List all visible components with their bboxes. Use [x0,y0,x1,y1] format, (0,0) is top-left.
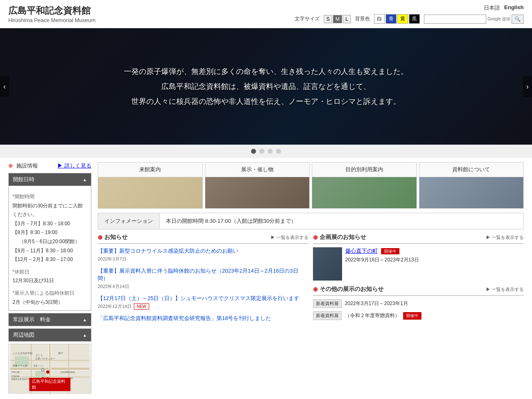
regular-fee-label: 常設展示 料金 [13,316,51,323]
exhibit-0-link[interactable]: 爆心直下の町 [345,248,378,254]
visit-image-placeholder [98,177,202,208]
category-visit-image [98,177,202,208]
opening-hours-accordion-header[interactable]: 開館日時 ▲ [9,173,91,186]
slider-dots [0,145,532,158]
category-about-title: 資料館について [419,163,524,177]
map-accordion: 周辺地図 ▲ [8,328,91,342]
category-exhibits-title: 展示・催し物 [205,163,310,177]
svg-text:平和公園: 平和公園 [11,371,20,373]
info-bar-label: インフォメーション [98,213,160,229]
hero-slider: 一発の原子爆弾が、無差別に多くの命を奪い、生き残った人々の人生も変えました。 広… [0,28,532,145]
category-card-exhibits[interactable]: 展示・催し物 [205,162,310,209]
exhibits-list-link[interactable]: ▶ 一覧を表示する [486,234,524,241]
news-item-2: 【12月17日（土）～25日（日）】シュモーハウスでクリスマス限定展示を行います… [98,295,309,310]
exhibit-0-date: 2022年9月16日～2023年2月13日 [345,256,524,264]
other-exhibit-0-badge: 新着資料展 [313,299,342,308]
slider-dot-2[interactable] [259,149,264,154]
content-right: 来館案内 展示・催し物 目的別利用案内 資料館について [98,162,524,394]
hours-sept-nov: 【9月－11月】8:30－18:00 [12,246,87,256]
holidays: 12月30日及び31日 [12,276,87,286]
slider-next-button[interactable]: › [523,76,532,97]
news-item-2-date-text: 2022年12月14日 [98,303,132,310]
lang-jp-link[interactable]: 日本語 [484,4,500,12]
slider-prev-button[interactable]: ‹ [0,76,9,97]
svg-text:そごう: そごう [35,354,43,357]
bg-blue-button[interactable]: 青 [386,14,397,24]
svg-point-16 [46,370,49,374]
news-section-header: ⊕ お知らせ ▶ 一覧を表示する [98,234,309,244]
lang-en-link[interactable]: English [504,4,524,12]
category-visit-title: 来館案内 [98,163,202,177]
exhibits-icon: ⊕ [313,234,318,241]
facility-info-header: ⊕ 施設情報 ▶ 詳しく見る [8,162,91,170]
category-grid: 来館案内 展示・催し物 目的別利用案内 資料館について [98,162,524,209]
news-icon: ⊕ [98,234,103,241]
search-input[interactable] [424,15,486,24]
news-item-0-title: 【重要】新型コロナウイルス感染拡大防止のためのお願い [98,247,309,255]
other-exhibits-list-link[interactable]: ▶ 一覧を表示する [486,286,524,293]
header: 広島平和記念資料館 Hiroshima Peace Memorial Museu… [0,0,532,28]
news-item-0-link[interactable]: 【重要】新型コロナウイルス感染拡大防止のためのお願い [98,248,238,254]
news-item-1: 【重要】展示資料入替に伴う臨時休館のお知らせ（2023年2月14日～2月16日の… [98,267,309,290]
exhibits-section-title: ⊕ 企画展のお知らせ [313,234,366,241]
category-about-image [419,177,524,208]
exhibits-section-header: ⊕ 企画展のお知らせ ▶ 一覧を表示する [313,234,524,244]
exhibits-image-placeholder [205,177,310,208]
svg-text:広島国際会議場: 広島国際会議場 [60,371,75,373]
other-exhibit-1-date: （令和２年度寄贈資料） [345,312,400,319]
other-exhibit-1-badge: 新着資料展 [313,311,342,320]
bg-black-button[interactable]: 黒 [409,14,420,24]
news-item-2-link[interactable]: 【12月17日（土）～25日（日）】シュモーハウスでクリスマス限定展示を行います [98,295,299,301]
news-item-2-new-badge: NEW [134,303,149,310]
font-size-s-button[interactable]: S [324,15,332,23]
news-item-2-date: 2022年12月14日 NEW [98,303,309,310]
accordion-arrow-up: ▲ [83,177,87,182]
holiday-label: *休館日 [12,268,87,277]
search-area: Google 提供 🔍 [424,15,524,24]
google-label: Google 提供 [488,16,510,22]
regular-fee-accordion-header[interactable]: 常設展示 料金 ▲ [9,313,91,326]
regular-fee-accordion: 常設展示 料金 ▲ [8,313,91,326]
bg-yellow-button[interactable]: 黄 [397,14,408,24]
opening-hours-content: *開館時間 閉館時刻の30分前までにご入館ください。 【3月－7月】8:30－1… [9,186,91,310]
map-area[interactable]: こども文化科学館 そごう 広島バスセンター 原爆ドーム前 県庁 爆心地 原爆ドー… [8,344,91,394]
other-exhibits-title-text: その他の展示のお知らせ [320,286,384,293]
news-item-2-title: 【12月17日（土）～25日（日）】シュモーハウスでクリスマス限定展示を行います [98,295,309,302]
usage-image-placeholder [312,177,416,208]
other-exhibit-row-1: 新着資料展 （令和２年度寄贈資料） 開催中 [313,311,524,320]
opening-hours-label: 開館日時 [13,176,34,183]
other-exhibit-0-date: 2022年3月17日～2023年1月 [345,300,408,307]
exhibit-item-0: 爆心直下の町 開催中 2022年9月16日～2023年2月13日 [313,247,524,281]
header-controls: 文字サイズ S M L 背景色 白 青 黄 黒 Google 提供 🔍 [295,14,524,24]
exhibit-0-status-badge: 開催中 [381,248,399,254]
map-accordion-header[interactable]: 周辺地図 ▲ [9,329,91,341]
search-button[interactable]: 🔍 [512,15,524,24]
news-list-link[interactable]: ▶ 一覧を表示する [271,234,308,241]
category-card-usage[interactable]: 目的別利用案内 [312,162,417,209]
other-exhibit-1-status: 開催中 [403,312,421,320]
language-links: 日本語 English [484,4,524,12]
logo-japanese: 広島平和記念資料館 [8,5,96,17]
slider-dot-3[interactable] [268,149,273,154]
bg-white-button[interactable]: 白 [374,14,385,24]
category-card-about[interactable]: 資料館について [419,162,524,209]
logo-area: 広島平和記念資料館 Hiroshima Peace Memorial Museu… [8,5,96,23]
font-size-m-button[interactable]: M [333,15,342,23]
news-item-3: 「広島平和記念資料館資料調査研究会研究報告」第18号を刊行しました [98,315,309,322]
news-item-3-link[interactable]: 「広島平和記念資料館資料調査研究会研究報告」第18号を刊行しました [98,315,271,321]
about-image-placeholder [419,177,524,208]
temp-closure-detail: 2月（中旬から3日間） [12,298,87,307]
font-size-label: 文字サイズ [295,15,320,22]
map-accordion-arrow: ▲ [83,333,87,337]
hours-august: 【8月】8:30－19:00 [12,228,87,237]
slider-dot-1[interactable] [251,149,256,154]
svg-text:立国広島: 立国広島 [11,375,20,377]
temp-closure-label: *展示入替による臨時休館日 [12,289,87,298]
hero-text-line2: 広島平和記念資料館は、被爆資料や遺品、証言などを通じて、 [27,79,505,94]
font-size-l-button[interactable]: L [343,15,351,23]
category-card-visit[interactable]: 来館案内 [98,162,203,209]
svg-text:広島バスセンター: 広島バスセンター [35,357,55,360]
news-item-1-link[interactable]: 【重要】展示資料入替に伴う臨時休館のお知らせ（2023年2月14日～2月16日の… [98,268,298,281]
facility-detail-link[interactable]: ▶ 詳しく見る [57,162,91,170]
slider-dot-4[interactable] [276,149,281,154]
